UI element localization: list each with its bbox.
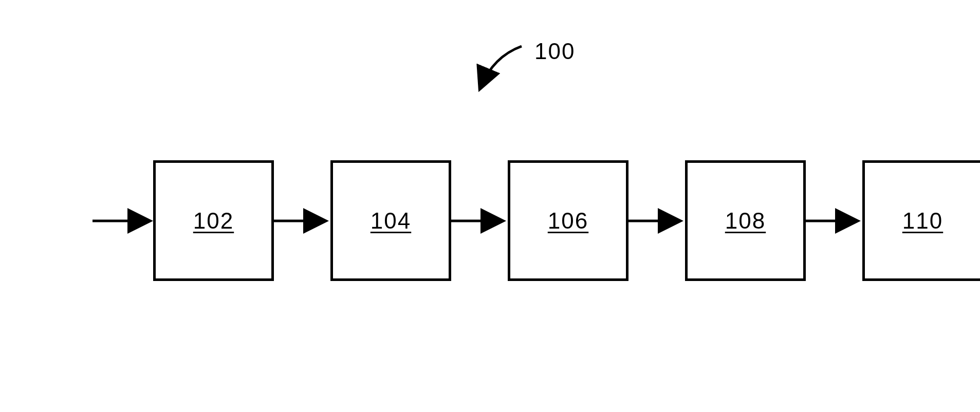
diagram-reference-number: 100 [534,39,575,64]
block-label: 102 [193,208,234,234]
block-108: 108 [685,160,806,281]
block-label: 106 [548,208,588,234]
block-label: 110 [902,208,943,234]
block-104: 104 [330,160,451,281]
block-label: 104 [371,208,411,234]
block-label: 108 [725,208,766,234]
block-106: 106 [508,160,628,281]
connectors [0,0,980,412]
block-diagram: 100 102 104 106 108 110 [0,0,980,412]
block-102: 102 [153,160,274,281]
block-110: 110 [862,160,980,281]
